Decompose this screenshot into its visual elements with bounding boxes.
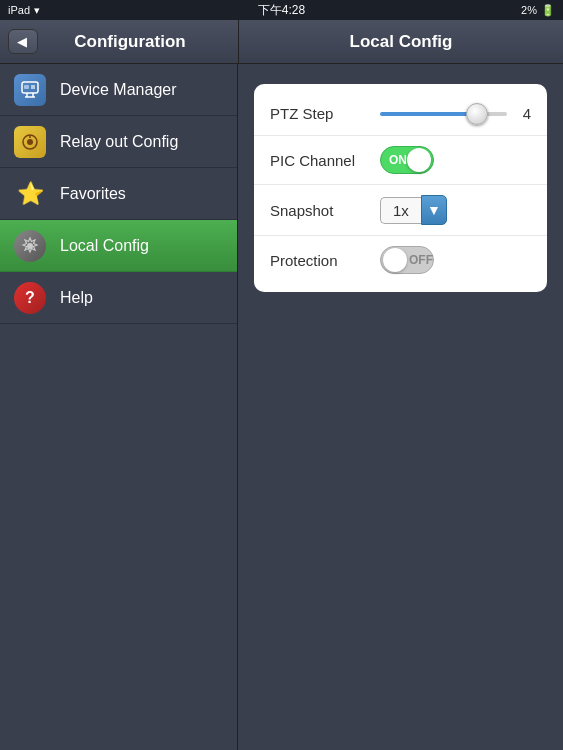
wifi-icon: ▾ <box>34 4 40 17</box>
sidebar-item-help[interactable]: ? Help <box>0 272 237 324</box>
status-time: 下午4:28 <box>258 2 305 19</box>
sidebar-item-relay-out-config[interactable]: Relay out Config <box>0 116 237 168</box>
pic-channel-toggle[interactable]: ON <box>380 146 434 174</box>
ptz-slider-thumb[interactable] <box>466 103 488 125</box>
protection-label: Protection <box>270 252 380 269</box>
local-config-title: Local Config <box>239 32 563 52</box>
pic-channel-toggle-label: ON <box>381 153 407 167</box>
protection-control: OFF <box>380 246 531 274</box>
status-bar: iPad ▾ 下午4:28 2% 🔋 <box>0 0 563 20</box>
device-manager-icon-container <box>12 72 48 108</box>
pic-channel-control: ON <box>380 146 531 174</box>
config-card: PTZ Step 4 PIC Channel ON <box>254 84 547 292</box>
header-bar: ◀ Configuration Local Config <box>0 20 563 64</box>
protection-row: Protection OFF <box>254 236 547 284</box>
snapshot-control: 1x ▼ <box>380 195 531 225</box>
device-manager-icon <box>14 74 46 106</box>
snapshot-value: 1x <box>380 197 421 224</box>
device-label: iPad <box>8 4 30 16</box>
relay-out-config-label: Relay out Config <box>60 133 178 151</box>
protection-toggle-thumb <box>383 248 407 272</box>
snapshot-arrow-button[interactable]: ▼ <box>421 195 447 225</box>
status-right: 2% 🔋 <box>521 4 555 17</box>
relay-icon <box>14 126 46 158</box>
snapshot-label: Snapshot <box>270 202 380 219</box>
pic-channel-label: PIC Channel <box>270 152 380 169</box>
favorites-icon: ⭐ <box>14 178 46 210</box>
content-area: PTZ Step 4 PIC Channel ON <box>238 64 563 750</box>
help-icon-container: ? <box>12 280 48 316</box>
svg-rect-4 <box>24 85 29 89</box>
sidebar-item-device-manager[interactable]: Device Manager <box>0 64 237 116</box>
device-manager-label: Device Manager <box>60 81 177 99</box>
header-left: ◀ Configuration <box>0 29 238 54</box>
local-config-icon <box>14 230 46 262</box>
help-icon: ? <box>14 282 46 314</box>
snapshot-row: Snapshot 1x ▼ <box>254 185 547 236</box>
local-config-icon-container <box>12 228 48 264</box>
status-left: iPad ▾ <box>8 4 40 17</box>
ptz-step-control: 4 <box>380 105 531 122</box>
pic-channel-toggle-thumb <box>407 148 431 172</box>
ptz-slider-track[interactable] <box>380 112 507 116</box>
local-config-label: Local Config <box>60 237 149 255</box>
configuration-title: Configuration <box>38 32 238 52</box>
back-button[interactable]: ◀ <box>8 29 38 54</box>
pic-channel-row: PIC Channel ON <box>254 136 547 185</box>
back-arrow-icon: ◀ <box>17 34 27 49</box>
ptz-step-value: 4 <box>515 105 531 122</box>
sidebar-item-local-config[interactable]: Local Config <box>0 220 237 272</box>
ptz-step-row: PTZ Step 4 <box>254 92 547 136</box>
protection-toggle[interactable]: OFF <box>380 246 434 274</box>
favorites-icon-container: ⭐ <box>12 176 48 212</box>
ptz-step-label: PTZ Step <box>270 105 380 122</box>
favorites-label: Favorites <box>60 185 126 203</box>
help-label: Help <box>60 289 93 307</box>
relay-icon-container <box>12 124 48 160</box>
snapshot-chevron-down-icon: ▼ <box>427 202 441 218</box>
sidebar-item-favorites[interactable]: ⭐ Favorites <box>0 168 237 220</box>
ptz-slider-container: 4 <box>380 105 531 122</box>
sidebar: Device Manager Relay out Config ⭐ Favori… <box>0 64 238 750</box>
battery-icon: 🔋 <box>541 4 555 17</box>
svg-point-10 <box>27 243 33 249</box>
main-layout: Device Manager Relay out Config ⭐ Favori… <box>0 64 563 750</box>
snapshot-select: 1x ▼ <box>380 195 447 225</box>
svg-point-8 <box>27 139 33 145</box>
battery-percent: 2% <box>521 4 537 16</box>
